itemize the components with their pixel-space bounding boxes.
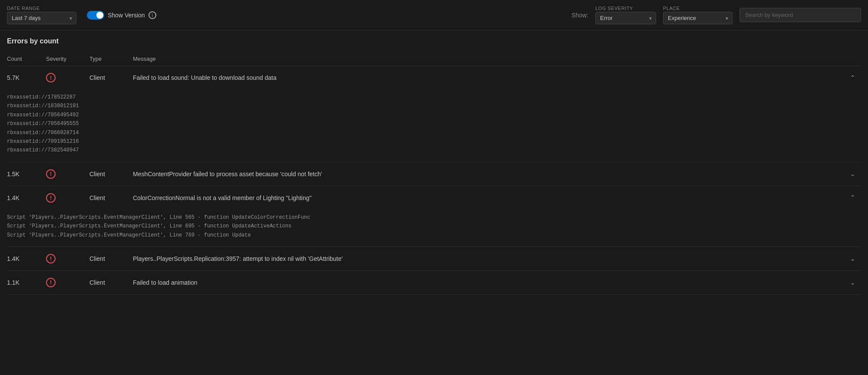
detail-line: Script 'Players..PlayerScripts.EventMana… xyxy=(7,231,861,240)
table-row: 1.5K ! Client MeshContentProvider failed… xyxy=(7,162,861,186)
col-count: Count xyxy=(7,56,46,62)
error-detail: rbxassetid://178522287rbxassetid://18380… xyxy=(7,89,861,162)
severity-cell: ! xyxy=(46,193,89,203)
detail-line: Script 'Players..PlayerScripts.EventMana… xyxy=(7,213,861,222)
col-expand xyxy=(844,56,861,62)
expand-chevron[interactable]: ⌄ xyxy=(844,254,861,263)
error-count: 1.4K xyxy=(7,194,46,201)
severity-icon: ! xyxy=(46,169,56,179)
error-main-row[interactable]: 1.5K ! Client MeshContentProvider failed… xyxy=(7,162,861,186)
detail-line: rbxassetid://7056495555 xyxy=(7,119,861,128)
date-range-label: Date Range xyxy=(7,6,76,11)
show-version-container: Show Version i xyxy=(87,11,156,20)
severity-icon: ! xyxy=(46,73,56,82)
error-type: Client xyxy=(89,171,133,178)
severity-icon: ! xyxy=(46,193,56,203)
error-message: ColorCorrectionNormal is not a valid mem… xyxy=(133,194,844,201)
col-severity: Severity xyxy=(46,56,89,62)
detail-line: rbxassetid://7066028714 xyxy=(7,128,861,137)
error-detail: Script 'Players..PlayerScripts.EventMana… xyxy=(7,210,861,247)
error-type: Client xyxy=(89,279,133,286)
col-type: Type xyxy=(89,56,133,62)
date-range-container: Date Range Last 7 days xyxy=(7,6,76,24)
main-content: Errors by count Count Severity Type Mess… xyxy=(0,30,868,295)
error-message: MeshContentProvider failed to process as… xyxy=(133,171,844,178)
detail-line: rbxassetid://7382540947 xyxy=(7,146,861,155)
expand-chevron[interactable]: ⌄ xyxy=(844,170,861,178)
detail-line: Script 'Players..PlayerScripts.EventMana… xyxy=(7,222,861,230)
log-severity-select[interactable]: Error xyxy=(595,12,656,24)
detail-line: rbxassetid://1838012101 xyxy=(7,102,861,110)
error-type: Client xyxy=(89,74,133,81)
expand-chevron[interactable]: ⌄ xyxy=(844,278,861,286)
expand-chevron[interactable]: ⌃ xyxy=(844,74,861,82)
table-body: 5.7K ! Client Failed to load sound: Unab… xyxy=(7,66,861,295)
error-main-row[interactable]: 1.1K ! Client Failed to load animation ⌄ xyxy=(7,271,861,294)
place-label: Place xyxy=(663,6,733,11)
error-type: Client xyxy=(89,194,133,201)
log-severity-label: Log Severity xyxy=(595,6,656,11)
severity-icon: ! xyxy=(46,254,56,263)
error-message: Failed to load animation xyxy=(133,279,844,286)
header: Date Range Last 7 days Show Version i Sh… xyxy=(0,0,868,30)
detail-line: rbxassetid://7056495492 xyxy=(7,111,861,119)
severity-cell: ! xyxy=(46,73,89,82)
severity-cell: ! xyxy=(46,169,89,179)
error-main-row[interactable]: 1.4K ! Client Players..PlayerScripts.Rep… xyxy=(7,247,861,270)
header-right: Show: Log Severity Error Place Experienc… xyxy=(571,6,861,24)
table-row: 1.4K ! Client ColorCorrectionNormal is n… xyxy=(7,186,861,247)
section-title: Errors by count xyxy=(7,37,861,45)
error-type: Client xyxy=(89,255,133,262)
date-range-select-wrapper: Last 7 days xyxy=(7,12,76,24)
error-count: 1.4K xyxy=(7,255,46,262)
error-message: Failed to load sound: Unable to download… xyxy=(133,74,844,81)
error-count: 1.5K xyxy=(7,171,46,178)
expand-chevron[interactable]: ⌃ xyxy=(844,194,861,202)
log-severity-select-wrapper: Error xyxy=(595,12,656,24)
table-row: 1.1K ! Client Failed to load animation ⌄ xyxy=(7,271,861,295)
error-message: Players..PlayerScripts.Replication:3957:… xyxy=(133,255,844,262)
detail-line: rbxassetid://178522287 xyxy=(7,93,861,102)
place-container: Place Experience xyxy=(663,6,733,24)
date-range-select[interactable]: Last 7 days xyxy=(7,12,76,24)
log-severity-container: Log Severity Error xyxy=(595,6,656,24)
severity-cell: ! xyxy=(46,278,89,287)
table-row: 1.4K ! Client Players..PlayerScripts.Rep… xyxy=(7,247,861,271)
table-header: Count Severity Type Message xyxy=(7,52,861,66)
error-count: 1.1K xyxy=(7,279,46,286)
table-row: 5.7K ! Client Failed to load sound: Unab… xyxy=(7,66,861,162)
severity-cell: ! xyxy=(46,254,89,263)
show-version-toggle[interactable] xyxy=(87,11,104,20)
error-count: 5.7K xyxy=(7,74,46,81)
search-input[interactable] xyxy=(739,8,861,22)
severity-icon: ! xyxy=(46,278,56,287)
show-version-label: Show Version xyxy=(108,12,145,19)
col-message: Message xyxy=(133,56,844,62)
error-main-row[interactable]: 5.7K ! Client Failed to load sound: Unab… xyxy=(7,66,861,89)
place-select[interactable]: Experience xyxy=(663,12,733,24)
place-select-wrapper: Experience xyxy=(663,12,733,24)
error-main-row[interactable]: 1.4K ! Client ColorCorrectionNormal is n… xyxy=(7,186,861,210)
info-icon[interactable]: i xyxy=(149,11,156,19)
detail-line: rbxassetid://7091951216 xyxy=(7,137,861,146)
show-label: Show: xyxy=(571,12,588,19)
